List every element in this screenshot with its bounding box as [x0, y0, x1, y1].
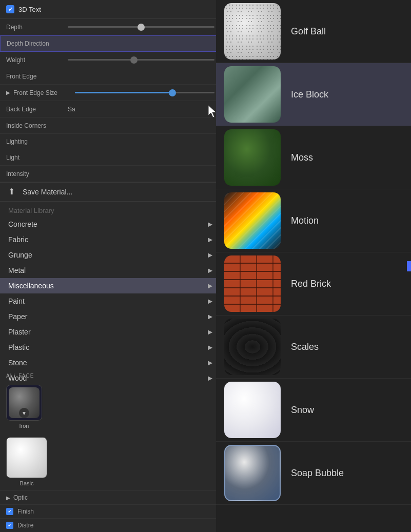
save-material-button[interactable]: ⬆ Save Material... — [0, 182, 221, 202]
menu-item-paper[interactable]: Paper ▶ — [0, 309, 221, 324]
basic-material-thumbnail[interactable] — [6, 437, 47, 478]
material-thumbnail[interactable]: ▼ — [6, 385, 42, 421]
arrow-icon: ▶ — [208, 236, 212, 243]
basic-material-container: Basic — [6, 437, 47, 486]
depth-slider[interactable] — [68, 26, 214, 28]
menu-item-grunge[interactable]: Grunge ▶ — [0, 247, 221, 263]
arrow-icon: ▶ — [208, 344, 212, 351]
material-item-snow[interactable]: Snow — [216, 379, 411, 442]
motion-image — [224, 192, 281, 249]
material-item-ice-block[interactable]: Ice Block — [216, 63, 411, 126]
top-bar: 3D Text — [0, 0, 221, 19]
scroll-indicator — [407, 261, 411, 271]
material-item-golf-ball[interactable]: Golf Ball — [216, 0, 411, 63]
soap-bubble-image — [224, 445, 281, 501]
snow-image — [224, 382, 281, 438]
optic-row: ▶ Optic — [0, 490, 221, 504]
inside-corners-label: Inside Corners — [6, 122, 68, 129]
front-edge-size-slider[interactable] — [75, 92, 214, 93]
menu-list: Concrete ▶ Fabric ▶ Grunge ▶ Metal ▶ Mis… — [0, 216, 221, 386]
expand-icon: ▶ — [6, 90, 10, 95]
red-brick-image — [224, 255, 281, 312]
light-row: Light — [0, 149, 221, 166]
bottom-section: ALL FACE ▼ Iron Basic ▶ Optic — [0, 371, 221, 532]
depth-direction-label: Depth Direction — [7, 40, 68, 47]
basic-label: Basic — [20, 480, 34, 486]
arrow-icon: ▶ — [208, 328, 212, 336]
golf-ball-name: Golf Ball — [291, 26, 326, 37]
menu-item-metal[interactable]: Metal ▶ — [0, 263, 221, 278]
page-title: 3D Text — [18, 6, 41, 13]
distre-label: Distre — [17, 522, 33, 529]
soap-bubble-name: Soap Bubble — [291, 468, 344, 479]
material-item-moss[interactable]: Moss — [216, 126, 411, 189]
ice-block-name: Ice Block — [291, 89, 328, 100]
material-item-motion[interactable]: Motion — [216, 189, 411, 252]
front-edge-size-row: ▶ Front Edge Size — [0, 85, 221, 101]
ice-block-image — [224, 66, 281, 123]
arrow-icon: ▶ — [208, 267, 212, 274]
menu-item-stone[interactable]: Stone ▶ — [0, 355, 221, 370]
intensity-label: Intensity — [6, 170, 68, 178]
menu-item-miscellaneous[interactable]: Miscellaneous ▶ — [0, 278, 221, 293]
light-label: Light — [6, 154, 68, 161]
finish-row: Finish — [0, 504, 221, 518]
material-library-header: Material Library — [0, 202, 221, 216]
arrow-icon: ▶ — [208, 221, 212, 228]
optic-expand-icon: ▶ — [6, 495, 10, 501]
lighting-section: Lighting — [0, 134, 221, 149]
material-item-soap-bubble[interactable]: Soap Bubble — [216, 442, 411, 505]
arrow-icon: ▶ — [208, 298, 212, 305]
golf-ball-image — [224, 3, 281, 60]
depth-direction-row[interactable]: Depth Direction — [0, 35, 221, 52]
basic-material-area: Basic — [0, 433, 221, 490]
inside-corners-row: Inside Corners — [0, 117, 221, 134]
back-edge-value: Sa — [68, 106, 75, 113]
scales-image — [224, 319, 281, 375]
material-thumb-area: ▼ Iron — [0, 381, 221, 433]
red-brick-name: Red Brick — [291, 279, 331, 289]
all-faces-label: ALL FACE — [0, 371, 221, 381]
depth-label: Depth — [6, 24, 68, 31]
intensity-row: Intensity — [0, 166, 221, 182]
front-edge-row: Front Edge — [0, 68, 221, 85]
scales-name: Scales — [291, 342, 319, 352]
weight-slider[interactable] — [68, 59, 214, 61]
back-edge-label: Back Edge — [6, 106, 68, 113]
menu-item-paint[interactable]: Paint ▶ — [0, 293, 221, 309]
menu-item-plaster[interactable]: Plaster ▶ — [0, 324, 221, 340]
optic-label: Optic — [13, 494, 28, 501]
back-edge-row: Back Edge Sa — [0, 101, 221, 117]
depth-row: Depth — [0, 19, 221, 35]
3dtext-checkbox[interactable] — [6, 5, 14, 13]
front-edge-label: Front Edge — [6, 73, 68, 80]
menu-item-fabric[interactable]: Fabric ▶ — [0, 232, 221, 247]
material-thumbnail-container: ▼ Iron — [6, 385, 42, 429]
material-dropdown-button[interactable]: ▼ — [19, 408, 29, 418]
motion-name: Motion — [291, 215, 319, 226]
moss-name: Moss — [291, 152, 313, 163]
arrow-icon: ▶ — [208, 251, 212, 259]
weight-row: Weight — [0, 52, 221, 68]
arrow-icon: ▶ — [208, 359, 212, 366]
finish-label: Finish — [17, 508, 34, 515]
right-panel: Golf Ball Ice Block Moss Motion Red Bric… — [216, 0, 411, 532]
distre-checkbox[interactable] — [6, 522, 13, 529]
weight-label: Weight — [6, 56, 68, 64]
arrow-icon: ▶ — [208, 282, 212, 289]
menu-item-concrete[interactable]: Concrete ▶ — [0, 216, 221, 232]
moss-image — [224, 129, 281, 186]
save-material-label: Save Material... — [23, 188, 72, 196]
arrow-icon: ▶ — [208, 313, 212, 320]
save-icon: ⬆ — [8, 187, 18, 197]
front-edge-size-label: Front Edge Size — [13, 89, 75, 96]
left-panel: 3D Text Depth Depth Direction Weight Fro… — [0, 0, 221, 532]
distre-row: Distre — [0, 518, 221, 532]
snow-name: Snow — [291, 405, 314, 416]
finish-checkbox[interactable] — [6, 508, 13, 515]
iron-label: Iron — [19, 423, 29, 429]
menu-item-plastic[interactable]: Plastic ▶ — [0, 340, 221, 355]
material-item-scales[interactable]: Scales — [216, 316, 411, 379]
material-item-red-brick[interactable]: Red Brick — [216, 252, 411, 316]
